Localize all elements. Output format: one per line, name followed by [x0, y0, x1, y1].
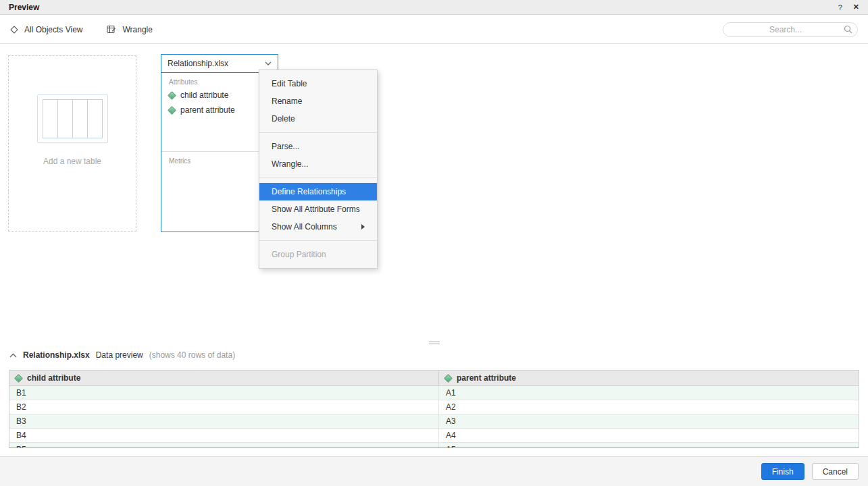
table-cell: A3: [438, 414, 859, 428]
footer-bar: Finish Cancel: [0, 456, 868, 486]
table-cell: A2: [438, 400, 859, 414]
table-header-row: child attribute parent attribute: [9, 371, 859, 386]
menu-item-show-all-attribute-forms[interactable]: Show All Attribute Forms: [259, 200, 377, 218]
table-row: B2 A2: [9, 400, 859, 414]
diamond-outline-icon: [10, 26, 18, 33]
wrangle-button[interactable]: Wrangle: [107, 25, 152, 34]
data-preview-label: Data preview: [96, 350, 143, 360]
table-row: B4 A4: [9, 429, 859, 443]
wrangle-icon: [107, 25, 116, 34]
add-table-dropzone[interactable]: Add a new table: [8, 55, 136, 232]
cancel-button[interactable]: Cancel: [812, 463, 859, 480]
title-bar: Preview ? ✕: [0, 0, 868, 15]
menu-item-group-partition: Group Partition: [259, 246, 377, 263]
menu-group: Group Partition: [259, 240, 377, 268]
data-preview-table: child attribute parent attribute B1 A1 B…: [9, 370, 859, 448]
finish-button[interactable]: Finish: [761, 463, 805, 480]
table-illustration-icon: [37, 94, 108, 143]
search-input[interactable]: [723, 22, 858, 37]
table-cell: B2: [9, 400, 438, 414]
window-title: Preview: [9, 3, 39, 12]
data-preview-header: Relationship.xlsx Data preview (shows 40…: [0, 342, 868, 360]
table-card-title: Relationship.xlsx: [168, 59, 265, 68]
toolbar: All Objects View Wrangle: [0, 16, 868, 44]
table-cell: B4: [9, 429, 438, 442]
menu-item-define-relationships[interactable]: Define Relationships: [259, 183, 377, 200]
table-cell: A5: [438, 443, 859, 448]
menu-item-parse[interactable]: Parse...: [259, 138, 377, 155]
search-box: [723, 22, 858, 37]
attribute-name: child attribute: [180, 90, 228, 100]
splitter-handle[interactable]: [429, 340, 440, 344]
preview-table-name: Relationship.xlsx: [23, 350, 90, 360]
menu-group: Define Relationships Show All Attribute …: [259, 178, 377, 240]
data-preview-panel: Relationship.xlsx Data preview (shows 40…: [0, 342, 868, 456]
help-icon[interactable]: ?: [838, 3, 842, 11]
submenu-arrow-icon: [361, 224, 365, 230]
column-header-label: child attribute: [27, 373, 80, 383]
all-objects-view-label: All Objects View: [24, 25, 82, 34]
table-row: B3 A3: [9, 414, 859, 429]
menu-item-show-all-columns[interactable]: Show All Columns: [259, 218, 377, 236]
add-table-label: Add a new table: [43, 157, 101, 166]
table-row: B5 A5: [9, 443, 859, 448]
table-cell: B1: [9, 386, 438, 400]
column-header-label: parent attribute: [457, 373, 516, 383]
column-header-child-attribute[interactable]: child attribute: [9, 371, 438, 385]
wrangle-label: Wrangle: [122, 25, 152, 34]
menu-item-rename[interactable]: Rename: [259, 92, 377, 110]
table-context-menu: Edit Table Rename Delete Parse... Wrangl…: [259, 70, 378, 269]
show-all-columns-label: Show All Columns: [272, 222, 337, 232]
collapse-chevron-up-icon[interactable]: [9, 353, 17, 358]
close-icon[interactable]: ✕: [853, 3, 859, 11]
table-cell: B3: [9, 414, 438, 428]
attribute-diamond-icon: [444, 374, 453, 383]
column-header-parent-attribute[interactable]: parent attribute: [438, 371, 859, 385]
all-objects-view-button[interactable]: All Objects View: [10, 25, 82, 34]
attribute-diamond-icon: [14, 374, 23, 383]
attribute-diamond-icon: [168, 91, 176, 100]
menu-item-wrangle[interactable]: Wrangle...: [259, 155, 377, 173]
rows-note: (shows 40 rows of data): [149, 350, 235, 360]
chevron-down-icon: [265, 61, 272, 65]
attribute-diamond-icon: [168, 106, 176, 115]
table-cell: A1: [438, 386, 859, 400]
menu-item-delete[interactable]: Delete: [259, 110, 377, 128]
menu-group: Parse... Wrangle...: [259, 132, 377, 178]
menu-item-edit-table[interactable]: Edit Table: [259, 75, 377, 92]
search-icon[interactable]: [844, 25, 852, 34]
table-cell: B5: [9, 443, 438, 448]
attribute-name: parent attribute: [180, 105, 235, 115]
table-row: B1 A1: [9, 386, 859, 400]
table-cell: A4: [438, 429, 859, 442]
canvas: Add a new table Relationship.xlsx Attrib…: [0, 45, 868, 342]
menu-group: Edit Table Rename Delete: [259, 70, 377, 132]
